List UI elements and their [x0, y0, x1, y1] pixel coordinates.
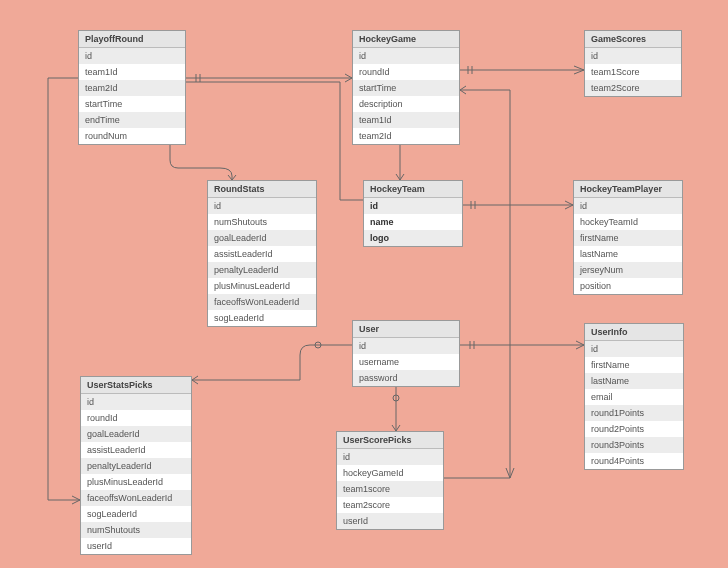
entity-attr: numShutouts [81, 522, 191, 538]
entity-user[interactable]: Useridusernamepassword [352, 320, 460, 387]
entity-attr: goalLeaderId [208, 230, 316, 246]
entity-attr: endTime [79, 112, 185, 128]
entity-hockeygame[interactable]: HockeyGameidroundIdstartTimedescriptiont… [352, 30, 460, 145]
entity-attr: round1Points [585, 405, 683, 421]
entity-attr: logo [364, 230, 462, 246]
entity-attr: startTime [353, 80, 459, 96]
entity-hockeyteamplayer[interactable]: HockeyTeamPlayeridhockeyTeamIdfirstNamel… [573, 180, 683, 295]
entity-attrs: idnamelogo [364, 198, 462, 246]
entity-attr: hockeyGameId [337, 465, 443, 481]
entity-title: HockeyTeamPlayer [574, 181, 682, 198]
entity-attr: round4Points [585, 453, 683, 469]
entity-playoffround[interactable]: PlayoffRoundidteam1Idteam2IdstartTimeend… [78, 30, 186, 145]
entity-attr: id [81, 394, 191, 410]
entity-attr: penaltyLeaderId [81, 458, 191, 474]
entity-attrs: idroundIdstartTimedescriptionteam1Idteam… [353, 48, 459, 144]
entity-attr: faceoffsWonLeaderId [208, 294, 316, 310]
entity-attr: penaltyLeaderId [208, 262, 316, 278]
entity-attr: numShutouts [208, 214, 316, 230]
entity-attr: jerseyNum [574, 262, 682, 278]
entity-title: HockeyTeam [364, 181, 462, 198]
entity-attr: plusMinusLeaderId [81, 474, 191, 490]
entity-attr: sogLeaderId [208, 310, 316, 326]
entity-attr: id [353, 338, 459, 354]
entity-attr: id [364, 198, 462, 214]
entity-attr: username [353, 354, 459, 370]
entity-attr: password [353, 370, 459, 386]
entity-attr: round2Points [585, 421, 683, 437]
entity-attr: goalLeaderId [81, 426, 191, 442]
edge-playoffround-userstatspicks [48, 78, 80, 500]
entity-attr: startTime [79, 96, 185, 112]
entity-title: UserInfo [585, 324, 683, 341]
entity-attrs: idteam1Idteam2IdstartTimeendTimeroundNum [79, 48, 185, 144]
entity-attr: firstName [585, 357, 683, 373]
entity-attr: id [208, 198, 316, 214]
entity-attr: id [79, 48, 185, 64]
entity-hockeyteam[interactable]: HockeyTeamidnamelogo [363, 180, 463, 247]
entity-attr: roundId [81, 410, 191, 426]
entity-attr: sogLeaderId [81, 506, 191, 522]
entity-attrs: idfirstNamelastNameemailround1Pointsroun… [585, 341, 683, 469]
entity-userinfo[interactable]: UserInfoidfirstNamelastNameemailround1Po… [584, 323, 684, 470]
entity-attr: id [337, 449, 443, 465]
entity-attr: description [353, 96, 459, 112]
entity-attr: team2Id [353, 128, 459, 144]
entity-attr: id [574, 198, 682, 214]
entity-userscorepicks[interactable]: UserScorePicksidhockeyGameIdteam1scorete… [336, 431, 444, 530]
svg-point-1 [315, 342, 321, 348]
entity-attr: assistLeaderId [208, 246, 316, 262]
entity-attr: round3Points [585, 437, 683, 453]
entity-title: User [353, 321, 459, 338]
entity-title: GameScores [585, 31, 681, 48]
entity-title: PlayoffRound [79, 31, 185, 48]
edge-user-userstatspicks [192, 345, 352, 380]
entity-attr: team2Id [79, 80, 185, 96]
entity-attr: firstName [574, 230, 682, 246]
entity-roundstats[interactable]: RoundStatsidnumShutoutsgoalLeaderIdassis… [207, 180, 317, 327]
entity-attr: email [585, 389, 683, 405]
entity-attr: userId [337, 513, 443, 529]
entity-attrs: idroundIdgoalLeaderIdassistLeaderIdpenal… [81, 394, 191, 554]
entity-attr: team1Score [585, 64, 681, 80]
svg-point-0 [393, 395, 399, 401]
entity-attr: team1score [337, 481, 443, 497]
entity-attrs: idusernamepassword [353, 338, 459, 386]
entity-attr: hockeyTeamId [574, 214, 682, 230]
entity-attr: plusMinusLeaderId [208, 278, 316, 294]
entity-attr: id [585, 48, 681, 64]
entity-title: RoundStats [208, 181, 316, 198]
entity-title: UserScorePicks [337, 432, 443, 449]
entity-attr: lastName [574, 246, 682, 262]
entity-attr: team1Id [79, 64, 185, 80]
entity-attr: userId [81, 538, 191, 554]
entity-attr: assistLeaderId [81, 442, 191, 458]
entity-title: UserStatsPicks [81, 377, 191, 394]
entity-attr: id [353, 48, 459, 64]
entity-attr: lastName [585, 373, 683, 389]
entity-attr: team1Id [353, 112, 459, 128]
entity-attr: roundId [353, 64, 459, 80]
entity-attr: roundNum [79, 128, 185, 144]
entity-attr: id [585, 341, 683, 357]
entity-attrs: idteam1Scoreteam2Score [585, 48, 681, 96]
entity-userstatspicks[interactable]: UserStatsPicksidroundIdgoalLeaderIdassis… [80, 376, 192, 555]
entity-attrs: idnumShutoutsgoalLeaderIdassistLeaderIdp… [208, 198, 316, 326]
entity-attr: team2score [337, 497, 443, 513]
entity-attrs: idhockeyGameIdteam1scoreteam2scoreuserId [337, 449, 443, 529]
entity-attr: position [574, 278, 682, 294]
entity-attr: team2Score [585, 80, 681, 96]
entity-attrs: idhockeyTeamIdfirstNamelastNamejerseyNum… [574, 198, 682, 294]
entity-title: HockeyGame [353, 31, 459, 48]
edge-userscorepicks-hockeygame [444, 90, 510, 478]
er-diagram-canvas: { "diagram_type": "entity-relationship",… [0, 0, 728, 568]
entity-gamescores[interactable]: GameScoresidteam1Scoreteam2Score [584, 30, 682, 97]
entity-attr: name [364, 214, 462, 230]
entity-attr: faceoffsWonLeaderId [81, 490, 191, 506]
